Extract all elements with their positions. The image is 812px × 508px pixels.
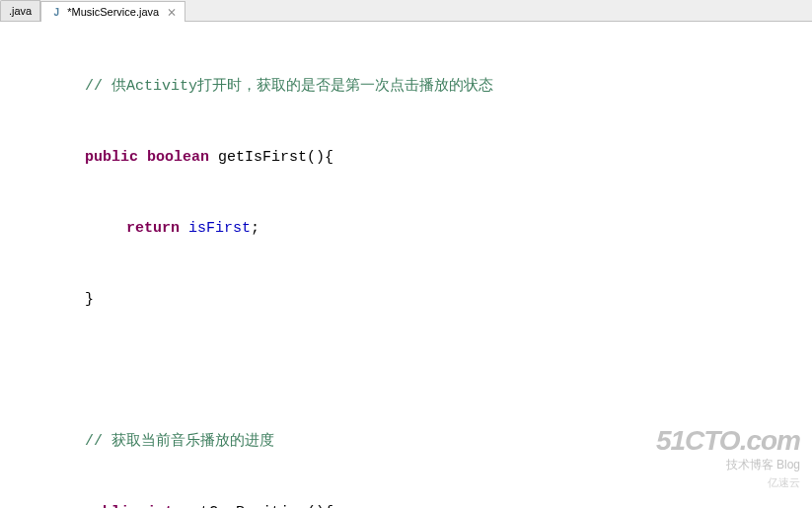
java-file-icon bbox=[49, 5, 63, 19]
code-line: public int getCurPosition(){ bbox=[0, 501, 812, 508]
code-line: return isFirst; bbox=[0, 217, 812, 241]
code-editor[interactable]: // 供Activity打开时，获取的是否是第一次点击播放的状态 public … bbox=[0, 22, 812, 508]
code-line: public boolean getIsFirst(){ bbox=[0, 146, 812, 170]
editor-tab-bar: .java *MusicService.java ⨯ bbox=[0, 0, 812, 22]
close-icon[interactable]: ⨯ bbox=[167, 6, 177, 18]
code-line: // 获取当前音乐播放的进度 bbox=[0, 430, 812, 454]
tab-active-musicservice[interactable]: *MusicService.java ⨯ bbox=[40, 1, 185, 22]
code-line: } bbox=[0, 288, 812, 312]
tab-inactive-java[interactable]: .java bbox=[0, 0, 40, 21]
code-line: // 供Activity打开时，获取的是否是第一次点击播放的状态 bbox=[0, 75, 812, 99]
code-line bbox=[0, 359, 812, 383]
tab-label: .java bbox=[9, 5, 32, 17]
tab-label: *MusicService.java bbox=[67, 6, 159, 18]
